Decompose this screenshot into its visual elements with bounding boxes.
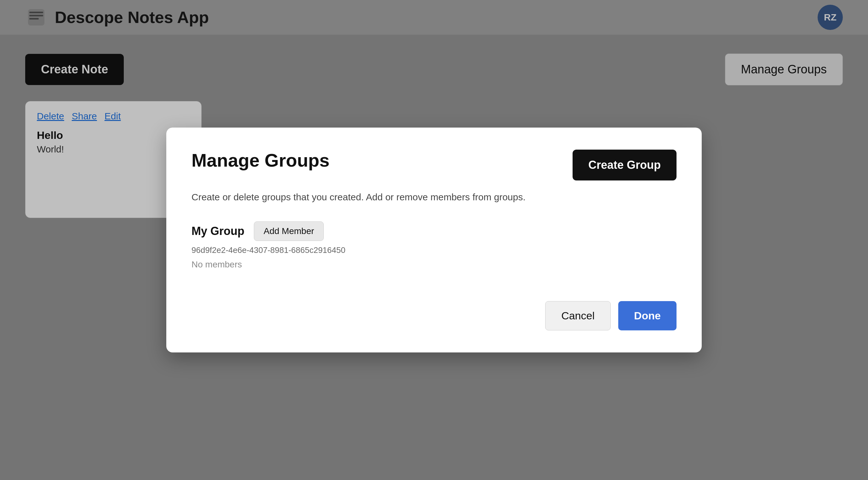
cancel-button[interactable]: Cancel (545, 301, 611, 330)
group-no-members: No members (191, 260, 677, 270)
add-member-button[interactable]: Add Member (254, 221, 324, 241)
modal-footer: Cancel Done (191, 289, 677, 330)
group-id: 96d9f2e2-4e6e-4307-8981-6865c2916450 (191, 245, 677, 255)
create-group-button[interactable]: Create Group (572, 150, 677, 180)
modal-overlay: Manage Groups Create Group Create or del… (0, 0, 868, 480)
manage-groups-modal: Manage Groups Create Group Create or del… (166, 127, 702, 353)
group-name: My Group (191, 224, 244, 238)
group-item: My Group Add Member 96d9f2e2-4e6e-4307-8… (191, 221, 677, 270)
modal-header: Manage Groups Create Group (191, 150, 677, 180)
modal-description: Create or delete groups that you created… (191, 192, 677, 203)
group-name-row: My Group Add Member (191, 221, 677, 241)
done-button[interactable]: Done (618, 301, 677, 330)
modal-title: Manage Groups (191, 150, 330, 171)
